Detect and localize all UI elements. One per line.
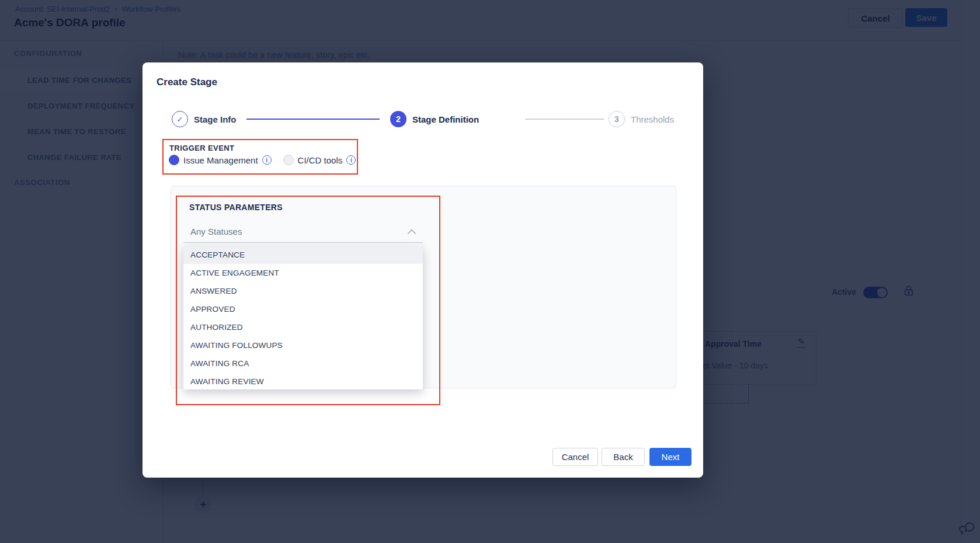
radio-selected-icon (169, 155, 179, 165)
dropdown-option-authorized[interactable]: AUTHORIZED (183, 318, 423, 336)
step-2-badge: 2 (390, 111, 406, 127)
dropdown-option-awaiting-rca[interactable]: AWAITING RCA (183, 354, 423, 373)
dropdown-option-awaiting-review[interactable]: AWAITING REVIEW (183, 373, 423, 389)
radio-issue-management-label: Issue Management (183, 155, 258, 165)
step-thresholds-label: Thresholds (631, 114, 674, 124)
step-stage-definition-label: Stage Definition (412, 114, 479, 124)
modal-cancel-button[interactable]: Cancel (552, 448, 598, 466)
radio-cicd-tools-label: CI/CD tools (298, 155, 343, 165)
dropdown-option-approved[interactable]: APPROVED (183, 300, 423, 318)
modal-next-button[interactable]: Next (649, 448, 691, 466)
stepper-connector-active (246, 119, 380, 120)
screen: Account: SEI-Internal-Prod2 › Workflow P… (0, 0, 980, 543)
step-stage-info-label: Stage Info (194, 114, 237, 124)
modal-back-button[interactable]: Back (602, 448, 645, 466)
status-parameters-heading: STATUS PARAMETERS (189, 203, 283, 212)
trigger-event-radio-group: Issue Management i CI/CD tools i (169, 155, 356, 165)
dropdown-option-answered[interactable]: ANSWERED (183, 282, 423, 300)
statuses-select[interactable]: Any Statuses (183, 221, 423, 243)
radio-cicd-tools[interactable]: CI/CD tools i (283, 155, 356, 165)
step-stage-info[interactable]: ✓ Stage Info (172, 111, 237, 127)
radio-unselected-icon (283, 155, 294, 165)
statuses-select-value: Any Statuses (190, 227, 242, 236)
dropdown-option-acceptance[interactable]: ACCEPTANCE (183, 246, 423, 264)
step-thresholds[interactable]: 3 Thresholds (609, 111, 674, 127)
stepper-connector-inactive (525, 119, 604, 120)
step-check-icon: ✓ (172, 111, 188, 127)
info-icon[interactable]: i (262, 155, 272, 165)
chevron-up-icon (408, 229, 416, 238)
trigger-event-heading: TRIGGER EVENT (169, 144, 234, 152)
create-stage-modal: Create Stage ✓ Stage Info 2 Stage Defini… (143, 62, 703, 478)
info-icon[interactable]: i (346, 155, 356, 165)
step-stage-definition[interactable]: 2 Stage Definition (390, 111, 479, 127)
step-3-badge: 3 (609, 111, 625, 127)
dropdown-option-active-engagement[interactable]: ACTIVE ENGAGEMENT (183, 264, 423, 282)
modal-title: Create Stage (157, 76, 217, 88)
radio-issue-management[interactable]: Issue Management i (169, 155, 272, 165)
dropdown-option-awaiting-followups[interactable]: AWAITING FOLLOWUPS (183, 336, 423, 354)
statuses-dropdown: ACCEPTANCE ACTIVE ENGAGEMENT ANSWERED AP… (183, 246, 423, 389)
